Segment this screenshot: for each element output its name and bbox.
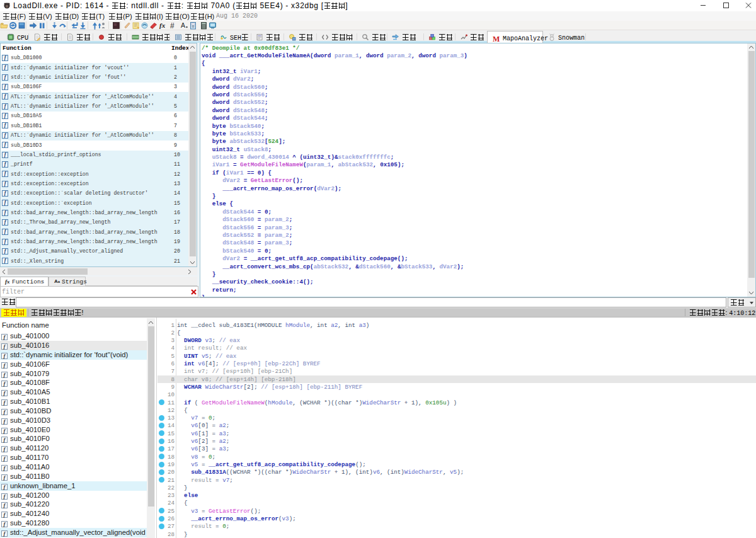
svg-text:fx: fx [159, 21, 166, 29]
svg-text:#: # [170, 21, 175, 30]
svg-text:A: A [181, 21, 185, 29]
